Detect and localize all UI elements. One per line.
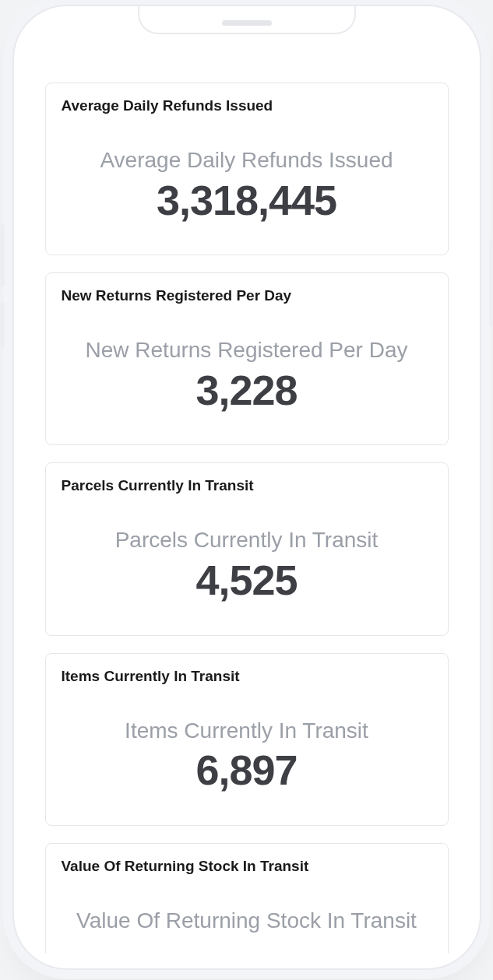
metric-label: Value Of Returning Stock In Transit <box>62 909 432 933</box>
metric-value: 3,228 <box>62 367 432 413</box>
phone-side-button-left-1 <box>0 224 5 286</box>
card-header: Items Currently In Transit <box>62 668 432 685</box>
phone-frame: Average Daily Refunds Issued Average Dai… <box>14 6 480 968</box>
stage: Average Daily Refunds Issued Average Dai… <box>0 0 493 980</box>
card-header: New Returns Registered Per Day <box>62 287 432 304</box>
metric-card-value-returning-stock: Value Of Returning Stock In Transit Valu… <box>45 843 449 959</box>
metric-label: New Returns Registered Per Day <box>62 339 432 363</box>
metric-card-new-returns-per-day: New Returns Registered Per Day New Retur… <box>45 272 449 445</box>
metric-label: Average Daily Refunds Issued <box>62 149 432 173</box>
metric-label: Items Currently In Transit <box>62 719 432 743</box>
dashboard-scroll[interactable]: Average Daily Refunds Issued Average Dai… <box>45 83 449 959</box>
card-header: Parcels Currently In Transit <box>62 477 432 494</box>
phone-side-button-left-2 <box>0 302 5 349</box>
card-header: Value Of Returning Stock In Transit <box>62 858 432 875</box>
metric-card-parcels-in-transit: Parcels Currently In Transit Parcels Cur… <box>45 462 449 635</box>
phone-screen: Average Daily Refunds Issued Average Dai… <box>23 16 470 959</box>
metric-value: 4,525 <box>62 557 432 603</box>
metric-card-items-in-transit: Items Currently In Transit Items Current… <box>45 653 449 826</box>
metric-value: 3,318,445 <box>62 177 432 223</box>
metric-card-avg-daily-refunds: Average Daily Refunds Issued Average Dai… <box>45 83 449 255</box>
phone-speaker <box>222 20 272 26</box>
metric-value: 6,897 <box>62 747 432 793</box>
card-header: Average Daily Refunds Issued <box>62 97 432 114</box>
phone-side-button-right <box>489 240 494 325</box>
metric-label: Parcels Currently In Transit <box>62 529 432 553</box>
